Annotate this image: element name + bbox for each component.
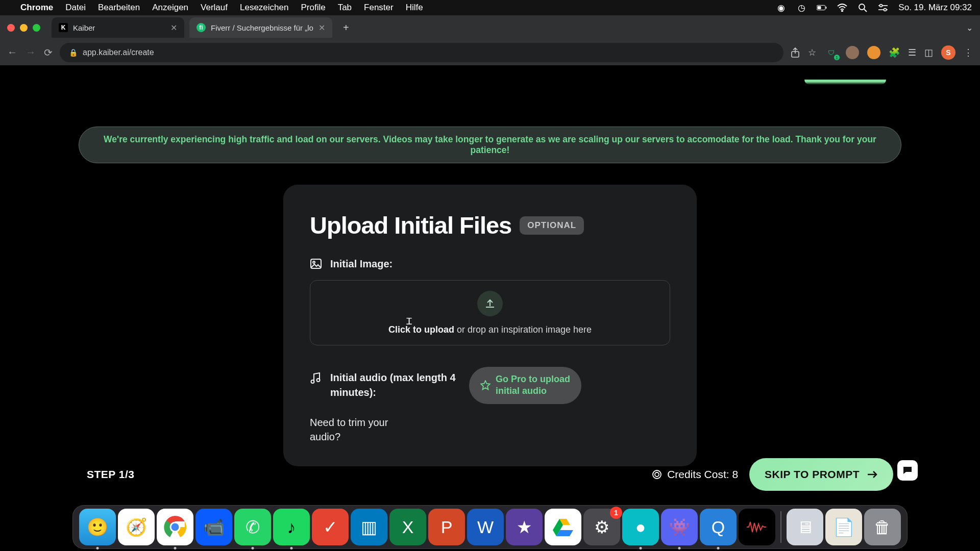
dropzone-text: Click to upload or drop an inspiration i…: [388, 324, 592, 335]
url-text: app.kaiber.ai/create: [83, 48, 154, 57]
dock-todoist[interactable]: ✓: [312, 509, 349, 545]
star-icon: [480, 380, 491, 390]
extensions-puzzle-icon[interactable]: 🧩: [889, 47, 900, 58]
wifi-icon[interactable]: [837, 3, 847, 13]
menu-lesezeichen[interactable]: Lesezeichen: [240, 3, 288, 13]
menu-fenster[interactable]: Fenster: [364, 3, 394, 13]
window-controls: [7, 24, 40, 32]
support-chat-button[interactable]: [897, 460, 918, 481]
address-bar[interactable]: 🔒 app.kaiber.ai/create: [60, 43, 783, 62]
nav-forward-button[interactable]: →: [26, 46, 36, 59]
window-minimize-button[interactable]: [20, 24, 28, 32]
dock-quicktime[interactable]: Q: [700, 509, 737, 545]
nav-back-button[interactable]: ←: [7, 46, 17, 59]
svg-point-16: [317, 379, 320, 382]
dock-zoom[interactable]: 📹: [195, 509, 232, 545]
search-icon[interactable]: [857, 3, 868, 13]
card-title: Upload Initial Files: [310, 211, 511, 239]
initial-image-label-row: Initial Image:: [310, 258, 670, 270]
chrome-menu-icon[interactable]: ⋮: [964, 47, 973, 58]
tab-kaiber[interactable]: K Kaiber ✕: [52, 17, 184, 38]
menu-datei[interactable]: Datei: [65, 3, 86, 13]
image-icon: [310, 258, 322, 270]
bookmark-star-icon[interactable]: ☆: [808, 47, 816, 58]
dock-drive[interactable]: [545, 509, 581, 545]
partial-button-edge: [804, 80, 886, 85]
tab-close-icon[interactable]: ✕: [170, 23, 177, 33]
dock-document[interactable]: 📄: [825, 509, 862, 545]
upload-card: Upload Initial Files OPTIONAL Initial Im…: [283, 185, 697, 466]
menu-bearbeiten[interactable]: Bearbeiten: [98, 3, 140, 13]
dock-audio-app[interactable]: [739, 509, 775, 545]
dock-excel[interactable]: X: [389, 509, 426, 545]
go-pro-button[interactable]: Go Pro to upload initial audio: [469, 367, 581, 404]
dock-finder[interactable]: 🙂: [79, 509, 116, 545]
window-close-button[interactable]: [7, 24, 15, 32]
dock-powerpoint[interactable]: P: [428, 509, 465, 545]
svg-rect-1: [818, 6, 821, 9]
dock-trello[interactable]: ▥: [351, 509, 387, 545]
tab-overflow-icon[interactable]: ⌄: [966, 23, 973, 33]
dock-app-teal[interactable]: ●: [622, 509, 659, 545]
initial-image-label: Initial Image:: [330, 258, 393, 270]
skip-to-prompt-button[interactable]: SKIP TO PROMPT: [749, 458, 893, 491]
image-dropzone[interactable]: Click to upload or drop an inspiration i…: [310, 280, 670, 345]
svg-point-15: [311, 380, 314, 383]
dock-discord[interactable]: 👾: [661, 509, 698, 545]
menu-anzeigen[interactable]: Anzeigen: [152, 3, 188, 13]
menu-verlauf[interactable]: Verlauf: [201, 3, 228, 13]
svg-point-9: [884, 9, 887, 11]
lock-icon: 🔒: [69, 48, 78, 57]
battery-icon[interactable]: [817, 3, 827, 13]
svg-point-19: [655, 472, 659, 477]
shield-extension-icon[interactable]: 🛡: [824, 46, 838, 59]
initial-audio-label: Initial audio (max length 4 minutes):: [330, 370, 458, 400]
new-tab-button[interactable]: +: [337, 19, 355, 36]
dock-settings[interactable]: ⚙1: [583, 509, 620, 545]
menu-hilfe[interactable]: Hilfe: [406, 3, 423, 13]
dock-whatsapp[interactable]: ✆: [234, 509, 271, 545]
clock-icon[interactable]: ◷: [796, 3, 806, 13]
dock-imovie[interactable]: ★: [506, 509, 543, 545]
dock-display[interactable]: 🖥: [787, 509, 823, 545]
dock-spotify[interactable]: ♪: [273, 509, 310, 545]
optional-badge: OPTIONAL: [520, 216, 584, 235]
extension-icon[interactable]: [867, 46, 880, 59]
menubar-datetime[interactable]: So. 19. März 09:32: [898, 3, 972, 13]
svg-point-6: [880, 5, 883, 7]
dock-word[interactable]: W: [467, 509, 504, 545]
dock-trash[interactable]: 🗑: [864, 509, 901, 545]
profile-avatar[interactable]: S: [941, 45, 955, 60]
upload-icon: [477, 291, 503, 316]
dock-safari[interactable]: 🧭: [118, 509, 155, 545]
share-icon[interactable]: [791, 47, 800, 58]
tab-close-icon[interactable]: ✕: [318, 23, 325, 33]
trim-audio-link[interactable]: Need to trim your audio?: [310, 415, 391, 444]
extension-icon[interactable]: [846, 46, 859, 59]
menubar-app-name[interactable]: Chrome: [20, 3, 53, 13]
coin-icon: [652, 469, 662, 480]
svg-marker-17: [481, 381, 490, 390]
favicon-icon: K: [59, 23, 68, 32]
svg-point-4: [859, 4, 865, 10]
badge-count: 1: [610, 507, 622, 519]
tab-fiverr[interactable]: fi Fiverr / Suchergebnisse für „lo ✕: [189, 17, 332, 38]
menu-profile[interactable]: Profile: [301, 3, 325, 13]
skip-label: SKIP TO PROMPT: [765, 468, 860, 481]
dock-separator: [780, 511, 781, 543]
tab-title: Fiverr / Suchergebnisse für „lo: [211, 23, 313, 32]
favicon-icon: fi: [197, 23, 206, 32]
control-center-icon[interactable]: [878, 3, 888, 13]
browser-chrome: K Kaiber ✕ fi Fiverr / Suchergebnisse fü…: [0, 15, 980, 65]
window-maximize-button[interactable]: [33, 24, 40, 32]
banner-text: We're currently experiencing high traffi…: [104, 134, 876, 155]
menu-tab[interactable]: Tab: [338, 3, 352, 13]
dock-chrome[interactable]: [157, 509, 193, 545]
reading-list-icon[interactable]: ☰: [908, 47, 916, 58]
side-panel-icon[interactable]: ◫: [924, 47, 933, 58]
step-footer: STEP 1/3 Credits Cost: 8 SKIP TO PROMPT: [49, 450, 931, 499]
record-icon[interactable]: ◉: [776, 3, 786, 13]
arrow-right-icon: [867, 470, 878, 479]
step-indicator: STEP 1/3: [87, 468, 135, 481]
nav-reload-button[interactable]: ⟳: [44, 46, 53, 59]
